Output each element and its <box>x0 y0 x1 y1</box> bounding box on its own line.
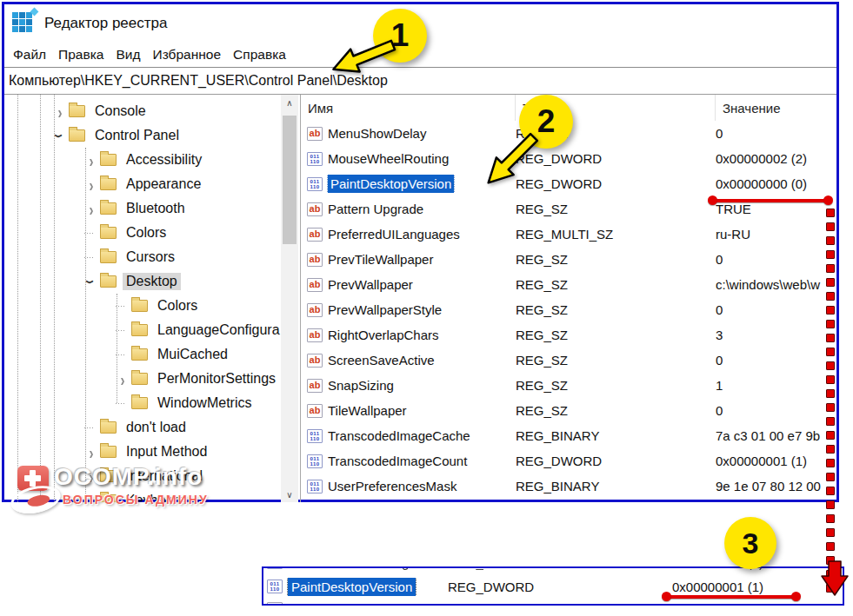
value-data: 0x00000001 (1) <box>672 580 843 594</box>
registry-value-row[interactable]: UserPreferencesMask REG_BINARY 9e 1e 07 … <box>301 474 836 499</box>
tree-item[interactable]: LanguageConfigura <box>11 318 279 342</box>
chevron-expander-icon[interactable] <box>84 469 98 483</box>
tree-item[interactable]: MuiCached <box>11 342 279 367</box>
registry-tree: Console Control Panel Accessibility <box>11 99 279 502</box>
tree-item[interactable]: PerMonitorSettings <box>11 367 279 391</box>
tree-item-label: International <box>123 467 206 485</box>
chevron-expander-icon[interactable] <box>84 445 98 459</box>
folder-icon <box>100 227 117 239</box>
chevron-expander-icon[interactable] <box>116 299 126 313</box>
scroll-down-icon[interactable]: ∨ <box>281 487 298 502</box>
value-data: c:\windows\web\w <box>716 277 836 292</box>
tree-item[interactable]: Cursors <box>11 245 279 269</box>
value-type: REG_MULTI_SZ <box>516 227 716 242</box>
callout-2-arrow-icon <box>470 113 565 200</box>
tree-item[interactable]: Appearance <box>11 172 279 196</box>
tree-item[interactable]: Colors <box>11 294 279 318</box>
value-type-icon <box>307 454 323 468</box>
value-data: 0 <box>716 126 836 141</box>
tree-item-label: PerMonitorSettings <box>154 370 279 387</box>
column-header-value[interactable]: Значение <box>716 95 836 121</box>
chevron-expander-icon[interactable] <box>84 202 98 215</box>
registry-value-row[interactable]: PrevTileWallpaper REG_SZ 0 <box>301 247 836 272</box>
tree-item[interactable]: International <box>11 464 279 488</box>
tree-item[interactable]: Bluetooth <box>11 196 279 221</box>
value-type: REG_SZ <box>516 277 716 292</box>
chevron-expander-icon[interactable] <box>84 493 95 502</box>
chevron-expander-icon[interactable] <box>53 104 67 118</box>
value-data: 0 <box>716 302 836 317</box>
value-name: MouseWheelRouting <box>288 566 409 570</box>
registry-value-row[interactable]: TranscodedImageCount REG_DWORD 0x0000000… <box>301 448 836 474</box>
registry-value-row[interactable]: PrevWallpaper REG_SZ c:\windows\web\w <box>301 272 836 297</box>
chevron-expander-icon[interactable] <box>84 421 95 434</box>
red-dot <box>826 431 835 440</box>
chevron-expander-icon[interactable] <box>84 177 98 191</box>
scrollbar-thumb[interactable] <box>283 116 297 244</box>
value-type-icon <box>307 303 323 317</box>
red-dot <box>826 361 835 370</box>
chevron-expander-icon[interactable] <box>84 275 98 288</box>
registry-value-row[interactable]: RightOverlapChars REG_SZ 3 <box>301 322 836 348</box>
tree-item[interactable]: WindowMetrics <box>11 391 279 415</box>
chevron-expander-icon[interactable] <box>116 348 126 361</box>
value-name: MouseWheelRouting <box>328 151 449 166</box>
tree-item[interactable]: Keyboard <box>11 488 279 502</box>
red-dotted-connector-line <box>826 209 835 598</box>
registry-value-row[interactable]: TileWallpaper REG_SZ 0 <box>301 398 836 423</box>
value-name: ScreenSaveActive <box>328 353 435 368</box>
registry-value-row[interactable]: PaintDesktopVersion REG_DWORD 0x00000000… <box>301 171 836 196</box>
value-type-icon <box>307 354 323 368</box>
folder-icon <box>100 251 117 263</box>
registry-value-row[interactable]: TranscodedImageCache REG_BINARY 7a c3 01… <box>301 423 836 448</box>
value-name: UserPreferencesMask <box>328 479 456 493</box>
chevron-expander-icon[interactable] <box>84 153 98 167</box>
value-type: REG_DWORD <box>448 566 672 570</box>
tree-scrollbar[interactable]: ∧ ∨ <box>281 95 298 502</box>
value-name: SnapSizing <box>328 378 394 393</box>
tree-item-label: MuiCached <box>154 346 231 363</box>
menu-help[interactable]: Справка <box>233 47 286 63</box>
chevron-expander-icon[interactable] <box>53 129 67 142</box>
menu-edit[interactable]: Правка <box>58 47 103 63</box>
registry-value-row[interactable]: PreferredUILanguages REG_MULTI_SZ ru-RU <box>301 222 836 247</box>
tree-item[interactable]: don't load <box>11 415 279 440</box>
tree-item[interactable]: Control Panel <box>11 123 279 148</box>
chevron-expander-icon[interactable] <box>84 226 95 240</box>
folder-icon <box>100 275 117 288</box>
menu-file[interactable]: Файл <box>13 47 46 63</box>
value-type: REG_BINARY <box>516 479 716 493</box>
value-name: MenuShowDelay <box>328 126 426 141</box>
red-dot <box>826 292 835 301</box>
address-bar[interactable]: Компьютер\HKEY_CURRENT_USER\Control Pane… <box>4 68 836 95</box>
scroll-up-icon[interactable]: ∧ <box>281 95 298 110</box>
value-name: PaintDesktopVersion <box>288 578 416 596</box>
folder-icon <box>100 446 117 458</box>
menu-favorites[interactable]: Избранное <box>153 47 222 63</box>
value-type: REG_SZ <box>516 403 716 418</box>
folder-icon <box>100 178 117 190</box>
tree-item[interactable]: Console <box>11 99 279 123</box>
folder-icon <box>100 421 117 434</box>
chevron-expander-icon[interactable] <box>84 250 95 264</box>
value-name: PrevTileWallpaper <box>328 252 433 267</box>
value-data: 9e 1e 07 80 12 00 <box>716 479 836 493</box>
registry-value-row[interactable]: SnapSizing REG_SZ 1 <box>301 373 836 398</box>
red-underline-new-value <box>665 595 797 599</box>
value-data: 0 <box>716 252 836 267</box>
menu-view[interactable]: Вид <box>116 47 140 63</box>
chevron-expander-icon[interactable] <box>116 323 126 337</box>
callout-3-badge: 3 <box>724 517 776 569</box>
tree-item[interactable]: Accessibility <box>11 148 279 172</box>
tree-item-label: Keyboard <box>123 492 190 502</box>
tree-item[interactable]: Colors <box>11 221 279 245</box>
chevron-expander-icon[interactable] <box>116 372 130 386</box>
red-dot <box>826 542 835 551</box>
registry-value-row[interactable]: PrevWallpaperStyle REG_SZ 0 <box>301 297 836 322</box>
tree-item[interactable]: Input Method <box>11 440 279 464</box>
chevron-expander-icon[interactable] <box>116 396 126 410</box>
registry-value-row[interactable]: MouseWheelRouting REG_DWORD 0x00000002 (… <box>301 146 836 171</box>
tree-item[interactable]: Desktop <box>11 269 279 294</box>
registry-value-row[interactable]: ScreenSaveActive REG_SZ 0 <box>301 348 836 373</box>
registry-values-panel: Имя Тип Значение MenuShowDelay REG_SZ <box>301 95 836 502</box>
